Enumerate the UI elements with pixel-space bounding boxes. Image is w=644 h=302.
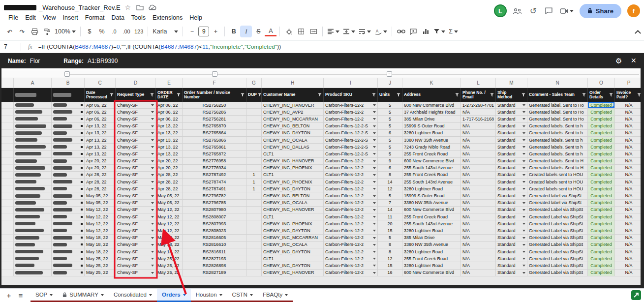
filter-icon[interactable] <box>609 93 613 97</box>
cell-g[interactable] <box>246 255 262 262</box>
collapse-group-button[interactable]: − <box>212 71 217 77</box>
cell-e[interactable]: Apr 20, 22 <box>156 158 183 165</box>
cell-g[interactable] <box>246 116 262 122</box>
cell-b-redacted[interactable] <box>52 165 85 172</box>
cell-f[interactable]: RS2756281 <box>183 116 246 122</box>
increase-decimal-icon[interactable]: .00 <box>121 26 132 37</box>
cell-c[interactable]: Apr 28, 22 <box>85 185 116 192</box>
cell-a-redacted[interactable] <box>14 102 52 109</box>
cell-j[interactable]: 5 <box>378 123 402 130</box>
cell-l[interactable]: N/A <box>461 262 496 269</box>
cell-o[interactable]: Completed <box>588 151 615 157</box>
cell-k[interactable]: 3280 Lightner Road <box>402 262 461 269</box>
filter-icon[interactable] <box>150 93 154 97</box>
cell-a-redacted[interactable] <box>14 179 52 185</box>
cell-e[interactable]: May 12, 22 <box>156 207 183 213</box>
cell-k[interactable]: 255 Front Creek Road <box>402 213 461 220</box>
cell-d[interactable]: Chewy-SF <box>116 123 156 130</box>
cell-a-redacted[interactable] <box>14 172 52 179</box>
star-icon[interactable]: ☆ <box>123 2 133 12</box>
cell-f[interactable]: RS2816605 <box>183 235 246 242</box>
cell-b-redacted[interactable] <box>52 227 85 234</box>
cell-p[interactable]: N/A <box>615 137 643 144</box>
cell-f[interactable]: RS2816611 <box>183 248 246 255</box>
cell-o[interactable]: Completed <box>588 116 615 122</box>
cell-f[interactable]: RS2796782 <box>183 192 246 199</box>
cell-d[interactable]: Chewy-SF <box>116 220 156 227</box>
cell-d[interactable]: Chewy-SF <box>116 109 156 116</box>
cell-j[interactable]: 5 <box>378 192 402 199</box>
cell-g[interactable] <box>246 130 262 137</box>
cell-c[interactable]: May 12, 22 <box>85 207 116 213</box>
cell-o[interactable]: Completed <box>588 270 615 276</box>
tab-menu-caret[interactable] <box>183 294 186 298</box>
cell-e[interactable]: May 18, 22 <box>156 248 183 255</box>
decrease-decimal-icon[interactable]: .0 <box>108 26 120 37</box>
cell-b-redacted[interactable] <box>52 109 85 116</box>
cell-h[interactable]: CHEWY_INC_HANOVER <box>262 207 324 213</box>
cell-k[interactable]: 15999 S Outer Road <box>402 192 461 199</box>
cell-k[interactable]: 255 South 143rd Avenue <box>402 179 461 185</box>
cell-k[interactable]: 600 New Commerce Blvd <box>402 102 461 109</box>
formula-text[interactable]: =IF(COUNTA(B4687:M4687)=0,"",IF(COUNTA(B… <box>38 44 281 50</box>
cell-g[interactable] <box>246 192 262 199</box>
cell-e[interactable]: May 05, 22 <box>156 200 183 207</box>
cell-h[interactable]: CHEWY_INC_PHOENIX <box>262 220 324 227</box>
cell-b-redacted[interactable] <box>52 172 85 179</box>
cell-k[interactable]: 600 New Commerce Blvd <box>402 270 461 276</box>
cell-c[interactable]: Apr 28, 22 <box>85 172 116 179</box>
cell-o[interactable]: Completed <box>588 137 615 144</box>
cell-p[interactable]: N/A <box>615 102 643 109</box>
cell-i[interactable]: Carbon-Filters-12-2 <box>324 185 378 192</box>
meet-icon[interactable] <box>560 8 574 14</box>
vertical-align-icon[interactable] <box>341 26 357 37</box>
paint-format-icon[interactable] <box>41 26 53 37</box>
cell-c[interactable]: May 12, 22 <box>85 213 116 220</box>
cell-i[interactable]: Carbon-Filters-12-2 <box>324 200 378 207</box>
cell-o[interactable]: Completed <box>588 248 615 255</box>
column-letter-k[interactable]: K <box>402 78 461 88</box>
cell-n[interactable]: Generated Label via ShipSt <box>527 270 588 276</box>
cell-p[interactable]: N/A <box>615 235 643 242</box>
cell-i[interactable]: Carbon-Filters-12-2-S <box>324 123 378 130</box>
cell-m[interactable]: Standard <box>496 207 527 213</box>
cell-f[interactable]: RS2796785 <box>183 200 246 207</box>
decrease-font-size-icon[interactable]: − <box>186 26 198 37</box>
cell-k[interactable]: 3380 NW 35th Avenue <box>402 242 461 248</box>
column-header-g[interactable]: DUP <box>246 88 262 102</box>
cell-b-redacted[interactable] <box>52 123 85 130</box>
cell-g[interactable] <box>246 165 262 172</box>
cell-o[interactable]: Completed <box>588 242 615 248</box>
cell-l[interactable]: N/A <box>461 207 496 213</box>
cell-b-redacted[interactable] <box>52 255 85 262</box>
insert-chart-icon[interactable] <box>420 26 431 37</box>
cell-m[interactable]: Standard <box>496 235 527 242</box>
cell-p[interactable]: N/A <box>615 165 643 172</box>
menu-item-data[interactable]: Data <box>108 14 127 22</box>
cell-n[interactable]: Generated labels. Sent to H <box>527 165 588 172</box>
cell-g[interactable] <box>246 123 262 130</box>
all-sheets-button[interactable]: ≡ <box>15 290 27 302</box>
cell-b-redacted[interactable] <box>52 220 85 227</box>
cell-p[interactable]: N/A <box>615 192 643 199</box>
cell-n[interactable]: Generated Label via ShipSt <box>527 248 588 255</box>
filter-icon[interactable] <box>490 93 494 97</box>
cell-a-redacted[interactable] <box>14 130 52 137</box>
filter-icon[interactable] <box>241 93 245 97</box>
filter-icon[interactable] <box>110 93 114 97</box>
cell-l[interactable]: N/A <box>461 144 496 151</box>
filter-icon[interactable] <box>521 93 525 97</box>
borders-icon[interactable] <box>295 26 307 37</box>
menu-item-edit[interactable]: Edit <box>22 14 39 22</box>
insert-comment-icon[interactable] <box>407 26 419 37</box>
filter-name-value[interactable]: Flor <box>30 58 40 64</box>
cell-c[interactable]: May 18, 22 <box>85 248 116 255</box>
cell-f[interactable]: RS2765864 <box>183 130 246 137</box>
cell-h[interactable]: CHEWY_INC_BELTON <box>262 123 324 130</box>
cell-l[interactable]: N/A <box>461 109 496 116</box>
tab-consolidated[interactable]: Consolidated <box>109 289 157 302</box>
filter-view-settings-icon[interactable]: ⚙ <box>615 57 622 65</box>
cell-i[interactable]: Carbon-Filters-12-2 <box>324 207 378 213</box>
cell-j[interactable]: 9 <box>378 158 402 165</box>
cell-i[interactable]: Carbon-Filters-12-2 <box>324 227 378 234</box>
